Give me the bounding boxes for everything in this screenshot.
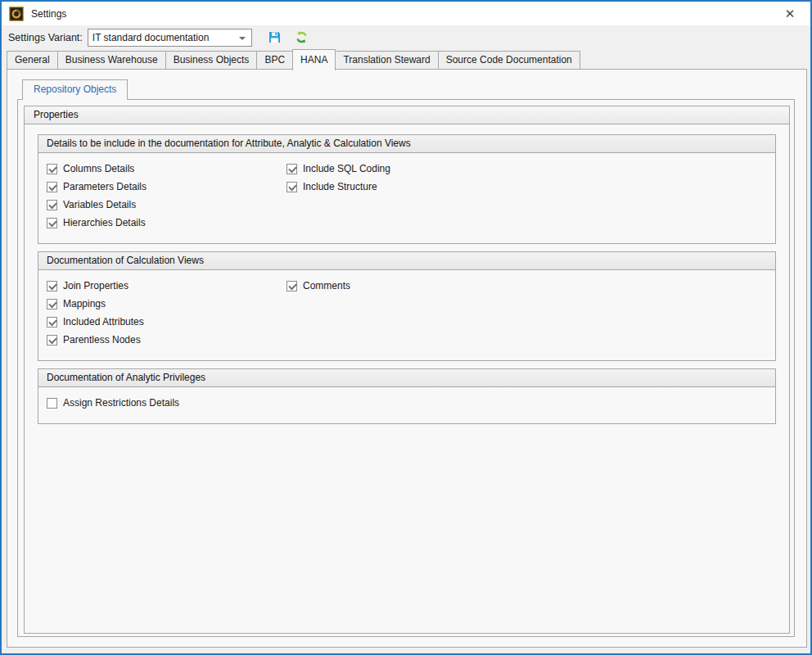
checkbox-assign-restrictions-details[interactable] [47, 398, 57, 409]
checkbox-row-variables-details[interactable]: Variables Details [47, 196, 767, 214]
checkbox-label-parentless-nodes: Parentless Nodes [63, 334, 141, 346]
section-right-column: Comments [286, 277, 350, 295]
tab-business-objects[interactable]: Business Objects [165, 51, 258, 70]
checkbox-row-included-attributes[interactable]: Included Attributes [47, 313, 767, 331]
tab-source-code-documentation[interactable]: Source Code Documentation [438, 51, 580, 70]
checkbox-label-comments: Comments [303, 280, 350, 291]
section-left-column: Join PropertiesMappingsIncluded Attribut… [47, 277, 767, 349]
section-details-to-be-include-in-the-documentati: Details to be include in the documentati… [38, 134, 776, 244]
checkbox-label-include-structure: Include Structure [303, 181, 377, 192]
tab-translation-steward[interactable]: Translation Steward [335, 51, 438, 70]
save-icon[interactable] [268, 30, 282, 44]
settings-variant-label: Settings Variant: [8, 32, 83, 43]
checkbox-label-variables-details: Variables Details [63, 199, 136, 210]
checkbox-comments[interactable] [286, 281, 297, 291]
section-body: Columns DetailsParameters DetailsVariabl… [38, 153, 775, 243]
checkbox-join-properties[interactable] [47, 281, 57, 291]
hana-tab-page: Repository Objects Properties Details to… [7, 69, 807, 648]
checkbox-columns-details[interactable] [47, 164, 57, 174]
settings-window: Settings ✕ Settings Variant: IT standard… [0, 0, 812, 655]
checkbox-mappings[interactable] [47, 299, 57, 309]
checkbox-include-structure[interactable] [286, 182, 297, 192]
settings-variant-value: IT standard documentation [88, 32, 210, 43]
tab-bpc[interactable]: BPC [256, 51, 293, 70]
tab-repository-objects[interactable]: Repository Objects [22, 79, 128, 100]
section-documentation-of-calculation-views: Documentation of Calculation ViewsJoin P… [38, 251, 776, 361]
window-title: Settings [31, 8, 66, 20]
close-icon: ✕ [785, 7, 796, 21]
checkbox-label-include-sql-coding: Include SQL Coding [303, 163, 390, 174]
close-button[interactable]: ✕ [774, 2, 805, 25]
section-caption: Details to be include in the documentati… [38, 135, 775, 153]
checkbox-row-comments[interactable]: Comments [286, 277, 350, 295]
checkbox-row-columns-details[interactable]: Columns Details [47, 160, 767, 178]
section-caption: Documentation of Calculation Views [38, 252, 775, 270]
checkbox-label-hierarchies-details: Hierarchies Details [63, 217, 146, 228]
app-icon [9, 7, 24, 21]
main-tabstrip: GeneralBusiness WarehouseBusiness Object… [7, 48, 805, 70]
checkbox-row-include-sql-coding[interactable]: Include SQL Coding [286, 160, 390, 178]
checkbox-label-join-properties: Join Properties [63, 280, 129, 291]
checkbox-row-assign-restrictions-details[interactable]: Assign Restrictions Details [47, 394, 767, 412]
checkbox-row-hierarchies-details[interactable]: Hierarchies Details [47, 214, 767, 232]
repository-objects-page: Properties Details to be include in the … [17, 99, 795, 637]
checkbox-include-sql-coding[interactable] [286, 164, 297, 174]
checkbox-row-mappings[interactable]: Mappings [47, 295, 767, 313]
checkbox-label-parameters-details: Parameters Details [63, 181, 147, 192]
checkbox-row-parameters-details[interactable]: Parameters Details [47, 178, 767, 196]
checkbox-hierarchies-details[interactable] [47, 218, 57, 228]
section-left-column: Assign Restrictions Details [47, 394, 767, 412]
properties-content: Details to be include in the documentati… [25, 124, 789, 441]
section-caption: Documentation of Analytic Privileges [38, 369, 775, 387]
checkbox-included-attributes[interactable] [47, 317, 57, 328]
properties-caption: Properties [25, 106, 789, 124]
checkbox-row-join-properties[interactable]: Join Properties [47, 277, 767, 295]
repository-objects-tab-label: Repository Objects [34, 84, 116, 95]
section-body: Assign Restrictions Details [38, 387, 775, 423]
refresh-icon[interactable] [295, 30, 309, 44]
toolbar: Settings Variant: IT standard documentat… [2, 25, 810, 49]
settings-variant-combobox[interactable]: IT standard documentation [88, 29, 252, 47]
tab-hana[interactable]: HANA [292, 49, 336, 70]
checkbox-parameters-details[interactable] [47, 182, 57, 192]
checkbox-label-columns-details: Columns Details [63, 163, 134, 174]
section-right-column: Include SQL CodingInclude Structure [286, 160, 390, 196]
checkbox-label-included-attributes: Included Attributes [63, 316, 144, 328]
titlebar: Settings ✕ [2, 2, 810, 25]
checkbox-variables-details[interactable] [47, 200, 57, 210]
checkbox-label-mappings: Mappings [63, 298, 106, 309]
chevron-down-icon[interactable] [239, 37, 246, 40]
section-body: Join PropertiesMappingsIncluded Attribut… [38, 270, 775, 360]
section-left-column: Columns DetailsParameters DetailsVariabl… [47, 160, 767, 232]
section-documentation-of-analytic-privileges: Documentation of Analytic PrivilegesAssi… [38, 368, 776, 424]
tab-general[interactable]: General [7, 51, 58, 70]
checkbox-row-include-structure[interactable]: Include Structure [286, 178, 390, 196]
tab-business-warehouse[interactable]: Business Warehouse [57, 51, 166, 70]
checkbox-row-parentless-nodes[interactable]: Parentless Nodes [47, 331, 767, 349]
checkbox-parentless-nodes[interactable] [47, 335, 57, 346]
checkbox-label-assign-restrictions-details: Assign Restrictions Details [63, 397, 179, 409]
properties-groupbox: Properties Details to be include in the … [24, 106, 790, 634]
